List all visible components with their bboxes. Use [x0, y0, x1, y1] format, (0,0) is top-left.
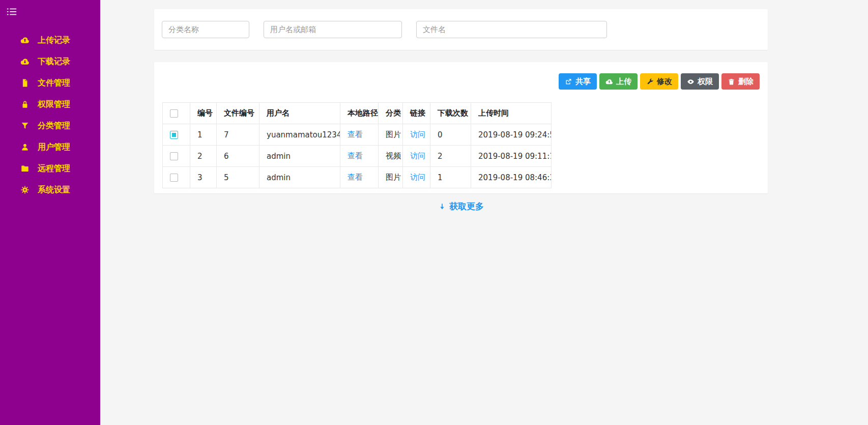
user-icon	[20, 143, 30, 152]
permission-button-label: 权限	[698, 77, 713, 87]
share-button[interactable]: 共享	[559, 73, 597, 90]
visit-link[interactable]: 访问	[410, 130, 425, 139]
sidebar-item-download-records[interactable]: 下载记录	[0, 51, 100, 72]
cloud-upload-icon	[20, 36, 30, 45]
toolbar: 共享 上传 修改 权限 删除	[162, 73, 760, 90]
delete-button[interactable]: 删除	[721, 73, 760, 90]
column-header-id: 编号	[190, 103, 217, 124]
file-icon	[20, 78, 30, 88]
sidebar-item-label: 下载记录	[38, 56, 70, 67]
column-header-file-id: 文件编号	[217, 103, 259, 124]
sidebar-item-label: 系统设置	[38, 185, 70, 195]
sidebar-item-category-management[interactable]: 分类管理	[0, 115, 100, 136]
view-link[interactable]: 查看	[348, 151, 363, 160]
cell-upload-time: 2019-08-19 08:46:32	[471, 167, 552, 188]
table-row: 2 6 admin 查看 视频 访问 2 2019-08-19 09:11:15	[163, 146, 552, 167]
username-or-email-input[interactable]	[264, 21, 402, 38]
upload-button-label: 上传	[616, 77, 631, 87]
sidebar-item-label: 权限管理	[38, 99, 70, 110]
wrench-icon	[646, 78, 654, 86]
column-header-upload-time: 上传时间	[471, 103, 552, 124]
search-panel	[154, 9, 768, 50]
modify-button[interactable]: 修改	[640, 73, 678, 90]
records-table: 编号 文件编号 用户名 本地路径 分类 链接 下载次数 上传时间 1 7	[162, 102, 552, 188]
share-button-label: 共享	[575, 77, 591, 87]
main-content: 共享 上传 修改 权限 删除	[100, 0, 868, 425]
load-more-button[interactable]: 获取更多	[154, 201, 768, 212]
category-name-input[interactable]	[162, 21, 249, 38]
upload-button[interactable]: 上传	[599, 73, 638, 90]
cell-category: 图片	[379, 167, 403, 188]
table-row: 3 5 admin 查看 图片 访问 1 2019-08-19 08:46:32	[163, 167, 552, 188]
cell-file-id: 5	[217, 167, 259, 188]
sidebar-item-user-management[interactable]: 用户管理	[0, 136, 100, 158]
menu-toggle-button[interactable]	[0, 0, 100, 25]
sidebar-nav: 上传记录 下载记录 文件管理 权限管理	[0, 25, 100, 201]
sidebar-item-upload-records[interactable]: 上传记录	[0, 30, 100, 51]
delete-button-label: 删除	[738, 77, 754, 87]
sidebar-item-file-management[interactable]: 文件管理	[0, 72, 100, 94]
cell-username: admin	[259, 146, 340, 167]
sidebar-item-label: 文件管理	[38, 78, 70, 89]
cell-category: 视频	[379, 146, 403, 167]
cell-id: 2	[190, 146, 217, 167]
column-header-downloads: 下载次数	[430, 103, 471, 124]
select-all-checkbox[interactable]	[170, 109, 178, 118]
view-link[interactable]: 查看	[348, 173, 363, 182]
column-header-link: 链接	[403, 103, 430, 124]
cell-id: 1	[190, 124, 217, 146]
sidebar: 上传记录 下载记录 文件管理 权限管理	[0, 0, 100, 425]
visit-link[interactable]: 访问	[410, 151, 425, 160]
sidebar-item-permission-management[interactable]: 权限管理	[0, 94, 100, 115]
filename-input[interactable]	[416, 21, 607, 38]
cell-file-id: 7	[217, 124, 259, 146]
row-checkbox[interactable]	[170, 152, 178, 160]
column-header-username: 用户名	[259, 103, 340, 124]
trash-icon	[728, 78, 735, 86]
visit-link[interactable]: 访问	[410, 173, 425, 182]
cell-category: 图片	[379, 124, 403, 146]
view-link[interactable]: 查看	[348, 130, 363, 139]
cell-username: admin	[259, 167, 340, 188]
load-more-label: 获取更多	[449, 201, 484, 212]
table-row: 1 7 yuanmamatou1234 查看 图片 访问 0 2019-08-1…	[163, 124, 552, 146]
cell-username: yuanmamatou1234	[259, 124, 340, 146]
down-arrow-icon	[438, 203, 446, 211]
filter-icon	[20, 121, 30, 130]
folder-icon	[20, 164, 30, 173]
sidebar-item-system-settings[interactable]: 系统设置	[0, 179, 100, 201]
row-checkbox[interactable]	[170, 174, 178, 182]
records-panel: 共享 上传 修改 权限 删除	[154, 62, 768, 193]
modify-button-label: 修改	[657, 77, 672, 87]
column-header-category: 分类	[379, 103, 403, 124]
cell-downloads: 0	[430, 124, 471, 146]
eye-icon	[687, 78, 695, 86]
lock-icon	[20, 100, 30, 109]
cell-downloads: 1	[430, 167, 471, 188]
column-header-local-path: 本地路径	[340, 103, 379, 124]
cell-downloads: 2	[430, 146, 471, 167]
cell-id: 3	[190, 167, 217, 188]
cloud-download-icon	[20, 57, 30, 66]
menu-icon	[6, 6, 94, 17]
row-checkbox[interactable]	[170, 131, 178, 139]
sidebar-item-label: 用户管理	[38, 142, 70, 153]
upload-cloud-icon	[605, 78, 613, 86]
cell-file-id: 6	[217, 146, 259, 167]
share-icon	[565, 78, 572, 86]
sidebar-item-label: 分类管理	[38, 121, 70, 131]
gear-icon	[20, 185, 30, 194]
sidebar-item-remote-management[interactable]: 远程管理	[0, 158, 100, 179]
sidebar-item-label: 上传记录	[38, 35, 70, 46]
permission-button[interactable]: 权限	[681, 73, 719, 90]
cell-upload-time: 2019-08-19 09:24:50	[471, 124, 552, 146]
table-header-row: 编号 文件编号 用户名 本地路径 分类 链接 下载次数 上传时间	[163, 103, 552, 124]
sidebar-item-label: 远程管理	[38, 163, 70, 174]
cell-upload-time: 2019-08-19 09:11:15	[471, 146, 552, 167]
